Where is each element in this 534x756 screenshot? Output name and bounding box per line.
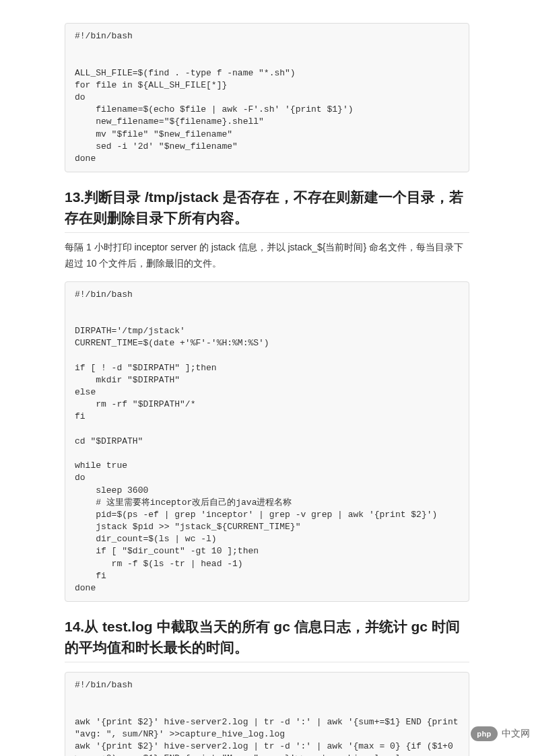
code-block-1: #!/bin/bash ALL_SH_FILE=$(find . -type f… [65, 23, 469, 172]
document-page: #!/bin/bash ALL_SH_FILE=$(find . -type f… [0, 0, 534, 756]
paragraph-13: 每隔 1 小时打印 inceptor server 的 jstack 信息，并以… [65, 240, 469, 272]
code-block-2: #!/bin/bash DIRPATH='/tmp/jstack' CURREN… [65, 281, 469, 603]
heading-13: 13.判断目录 /tmp/jstack 是否存在，不存在则新建一个目录，若存在则… [65, 187, 469, 233]
heading-14: 14.从 test.log 中截取当天的所有 gc 信息日志，并统计 gc 时间… [65, 617, 469, 662]
code-block-3: #!/bin/bash awk '{print $2}' hive-server… [65, 672, 469, 756]
